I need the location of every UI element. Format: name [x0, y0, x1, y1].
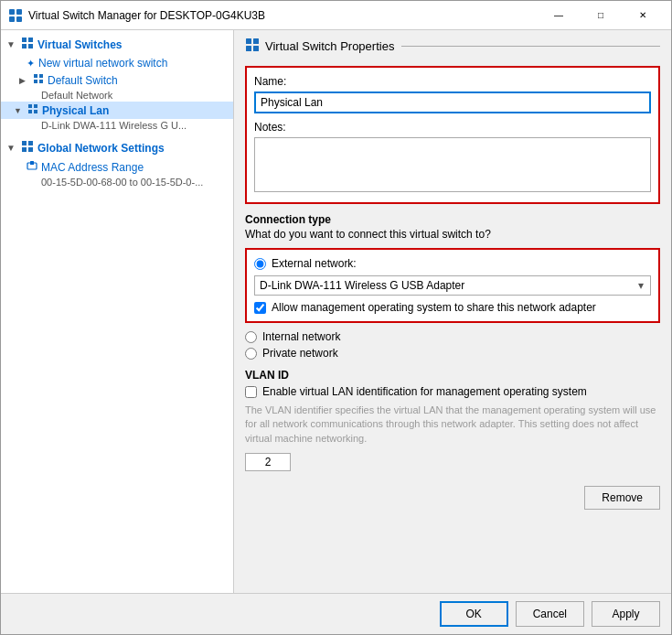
external-label[interactable]: External network:: [272, 257, 357, 270]
svg-rect-12: [28, 104, 32, 108]
close-button[interactable]: ✕: [622, 1, 664, 30]
svg-rect-11: [39, 80, 43, 83]
connection-type-subtitle: What do you want to connect this virtual…: [245, 228, 660, 241]
connection-box: External network: D-Link DWA-111 Wireles…: [245, 248, 660, 323]
svg-rect-23: [253, 38, 259, 44]
vlan-number-input[interactable]: [245, 453, 291, 471]
allow-management-row: Allow management operating system to sha…: [254, 301, 651, 314]
vlan-checkbox[interactable]: [245, 386, 257, 398]
svg-rect-10: [34, 80, 37, 83]
window-title: Virtual Switch Manager for DESKTOP-0G4KU…: [28, 9, 538, 22]
vlan-checkbox-row: Enable virtual LAN identification for ma…: [245, 385, 660, 398]
vlan-section: VLAN ID Enable virtual LAN identificatio…: [245, 369, 660, 471]
expand-physical-icon: ▼: [14, 106, 25, 115]
mac-address-label: MAC Address Range: [41, 161, 144, 174]
content-area: ▼ Virtual Switches ✦ New virtual network…: [1, 30, 671, 593]
vlan-description: The VLAN identifier specifies the virtua…: [245, 404, 660, 446]
svg-rect-3: [16, 16, 22, 22]
svg-rect-19: [28, 147, 33, 152]
switch-icon3: [27, 103, 38, 117]
external-radio[interactable]: [254, 258, 266, 270]
apply-button[interactable]: Apply: [592, 601, 660, 627]
panel-icon: [245, 38, 260, 55]
ok-button[interactable]: OK: [440, 601, 508, 627]
name-input[interactable]: [254, 91, 651, 113]
svg-rect-2: [9, 16, 15, 22]
global-network-label: Global Network Settings: [37, 142, 165, 155]
svg-rect-5: [28, 38, 33, 42]
minimize-button[interactable]: —: [538, 1, 580, 30]
svg-rect-16: [22, 141, 27, 145]
main-window: Virtual Switch Manager for DESKTOP-0G4KU…: [0, 0, 672, 635]
app-icon: [8, 8, 23, 23]
vlan-id-label: VLAN ID: [245, 369, 660, 382]
internal-label[interactable]: Internal network: [262, 330, 340, 343]
notes-label: Notes:: [254, 121, 651, 134]
new-switch-label: New virtual network switch: [38, 57, 167, 70]
vlan-input-row: [245, 453, 660, 471]
mac-address-item[interactable]: MAC Address Range: [1, 158, 233, 176]
remove-button[interactable]: Remove: [584, 486, 660, 510]
private-network-row: Private network: [245, 347, 660, 360]
svg-rect-18: [22, 147, 27, 152]
physical-lan-item[interactable]: ▼ Physical Lan: [1, 102, 233, 119]
svg-rect-21: [30, 161, 34, 165]
expand-icon: ▼: [6, 39, 17, 49]
cancel-button[interactable]: Cancel: [516, 601, 584, 627]
svg-rect-9: [39, 74, 43, 78]
global-icon: [21, 140, 34, 156]
svg-rect-22: [246, 38, 251, 44]
global-network-header[interactable]: ▼ Global Network Settings: [1, 137, 233, 158]
bottom-bar: OK Cancel Apply: [1, 593, 671, 634]
svg-rect-25: [253, 46, 259, 51]
mac-icon: [27, 160, 37, 174]
svg-rect-0: [9, 9, 15, 15]
physical-lan-label: Physical Lan: [42, 104, 109, 117]
new-virtual-switch-item[interactable]: ✦ New virtual network switch: [1, 55, 233, 71]
private-radio[interactable]: [245, 348, 257, 360]
notes-textarea[interactable]: [254, 137, 651, 192]
remove-btn-row: Remove: [245, 486, 660, 510]
panel-title-text: Virtual Switch Properties: [265, 39, 394, 53]
internal-network-row: Internal network: [245, 330, 660, 343]
right-panel: Virtual Switch Properties Name: Notes: C…: [234, 30, 671, 593]
allow-management-checkbox[interactable]: [254, 302, 266, 314]
default-switch-item[interactable]: ▶ Default Switch: [1, 71, 233, 89]
private-label[interactable]: Private network: [262, 347, 338, 360]
svg-rect-7: [28, 44, 33, 48]
dlink-adapter-sub: D-Link DWA-111 Wireless G U...: [1, 119, 233, 132]
switch-icon2: [33, 73, 44, 87]
svg-rect-4: [22, 38, 27, 42]
adapter-select[interactable]: D-Link DWA-111 Wireless G USB Adapter: [254, 275, 651, 296]
allow-management-label[interactable]: Allow management operating system to sha…: [272, 301, 596, 314]
adapter-dropdown-wrapper: D-Link DWA-111 Wireless G USB Adapter: [254, 275, 651, 296]
expand-default-icon: ▶: [19, 76, 30, 85]
svg-rect-8: [34, 74, 37, 78]
svg-rect-13: [34, 104, 37, 108]
external-network-row: External network:: [254, 257, 651, 270]
svg-rect-15: [34, 110, 37, 113]
panel-title-row: Virtual Switch Properties: [245, 38, 660, 55]
adapter-dropdown-row: D-Link DWA-111 Wireless G USB Adapter: [254, 275, 651, 296]
plus-icon: ✦: [27, 58, 35, 70]
svg-rect-6: [22, 44, 27, 48]
mac-address-value: 00-15-5D-00-68-00 to 00-15-5D-0-...: [1, 176, 233, 188]
virtual-switches-label: Virtual Switches: [37, 38, 122, 51]
switch-icon: [21, 37, 34, 52]
svg-rect-24: [246, 46, 251, 51]
virtual-switches-header[interactable]: ▼ Virtual Switches: [1, 34, 233, 55]
name-notes-box: Name: Notes:: [245, 66, 660, 204]
default-switch-label: Default Switch: [48, 74, 118, 87]
left-panel: ▼ Virtual Switches ✦ New virtual network…: [1, 30, 234, 593]
svg-rect-1: [16, 9, 22, 15]
svg-rect-17: [28, 141, 33, 145]
connection-section: Connection type What do you want to conn…: [245, 213, 660, 360]
restore-button[interactable]: □: [580, 1, 622, 30]
svg-rect-14: [28, 110, 32, 113]
internal-radio[interactable]: [245, 331, 257, 343]
window-controls: — □ ✕: [538, 1, 664, 30]
name-label: Name:: [254, 75, 651, 88]
vlan-enable-label[interactable]: Enable virtual LAN identification for ma…: [262, 385, 587, 398]
expand-global-icon: ▼: [6, 143, 17, 153]
default-network-sub: Default Network: [1, 89, 233, 102]
